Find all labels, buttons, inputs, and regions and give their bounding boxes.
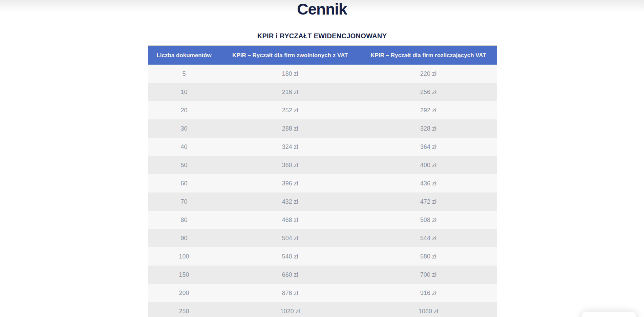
table-cell: 876 zł bbox=[220, 284, 360, 302]
table-cell: 90 bbox=[148, 229, 220, 247]
table-cell: 180 zł bbox=[220, 65, 360, 83]
table-row: 20252 zł292 zł bbox=[148, 101, 497, 119]
table-row: 60396 zł436 zł bbox=[148, 174, 497, 193]
pricing-table-header: Liczba dokumentów KPIR – Ryczałt dla fir… bbox=[148, 46, 497, 65]
table-cell: 100 bbox=[148, 247, 220, 266]
table-cell: 328 zł bbox=[360, 119, 497, 138]
table-row: 200876 zł916 zł bbox=[148, 284, 497, 302]
table-cell: 400 zł bbox=[360, 156, 497, 174]
table-row: 90504 zł544 zł bbox=[148, 229, 497, 247]
table-cell: 504 zł bbox=[220, 229, 360, 247]
header-row: Liczba dokumentów KPIR – Ryczałt dla fir… bbox=[148, 46, 497, 65]
table-cell: 288 zł bbox=[220, 119, 360, 138]
table-cell: 50 bbox=[148, 156, 220, 174]
table-cell: 660 zł bbox=[220, 266, 360, 284]
table-cell: 256 zł bbox=[360, 83, 497, 101]
table-cell: 80 bbox=[148, 211, 220, 229]
table-cell: 40 bbox=[148, 138, 220, 156]
table-cell: 916 zł bbox=[360, 284, 497, 302]
table-cell: 10 bbox=[148, 83, 220, 101]
table-row: 100540 zł580 zł bbox=[148, 247, 497, 266]
table-cell: 252 zł bbox=[220, 101, 360, 119]
pricing-table-body: 5180 zł220 zł10216 zł256 zł20252 zł292 z… bbox=[148, 65, 497, 317]
table-cell: 150 bbox=[148, 266, 220, 284]
table-cell: 540 zł bbox=[220, 247, 360, 266]
section-heading: KPIR i RYCZAŁT EWIDENCJONOWANY bbox=[0, 32, 644, 40]
floating-widget[interactable] bbox=[582, 312, 636, 317]
table-cell: 324 zł bbox=[220, 138, 360, 156]
table-cell: 360 zł bbox=[220, 156, 360, 174]
pricing-table-container: Liczba dokumentów KPIR – Ryczałt dla fir… bbox=[148, 45, 497, 317]
table-cell: 30 bbox=[148, 119, 220, 138]
table-row: 40324 zł364 zł bbox=[148, 138, 497, 156]
table-cell: 250 bbox=[148, 302, 220, 317]
table-row: 10216 zł256 zł bbox=[148, 83, 497, 101]
table-cell: 216 zł bbox=[220, 83, 360, 101]
column-header-vat: KPIR – Ryczałt dla firm rozliczających V… bbox=[360, 46, 497, 65]
table-cell: 1060 zł bbox=[360, 302, 497, 317]
pricing-table: Liczba dokumentów KPIR – Ryczałt dla fir… bbox=[148, 45, 497, 317]
column-header-no-vat: KPIR – Ryczałt dla firm zwolnionych z VA… bbox=[220, 46, 360, 65]
table-cell: 432 zł bbox=[220, 193, 360, 211]
table-row: 2501020 zł1060 zł bbox=[148, 302, 497, 317]
table-row: 50360 zł400 zł bbox=[148, 156, 497, 174]
table-cell: 580 zł bbox=[360, 247, 497, 266]
table-row: 5180 zł220 zł bbox=[148, 65, 497, 83]
table-cell: 364 zł bbox=[360, 138, 497, 156]
pricing-page: Cennik KPIR i RYCZAŁT EWIDENCJONOWANY Li… bbox=[0, 0, 644, 317]
table-row: 70432 zł472 zł bbox=[148, 193, 497, 211]
table-cell: 220 zł bbox=[360, 65, 497, 83]
table-cell: 472 zł bbox=[360, 193, 497, 211]
table-row: 30288 zł328 zł bbox=[148, 119, 497, 138]
table-cell: 70 bbox=[148, 193, 220, 211]
table-cell: 5 bbox=[148, 65, 220, 83]
table-cell: 700 zł bbox=[360, 266, 497, 284]
table-cell: 20 bbox=[148, 101, 220, 119]
page-title: Cennik bbox=[0, 0, 644, 18]
table-cell: 292 zł bbox=[360, 101, 497, 119]
table-cell: 508 zł bbox=[360, 211, 497, 229]
column-header-documents: Liczba dokumentów bbox=[148, 46, 220, 65]
table-cell: 396 zł bbox=[220, 174, 360, 193]
table-cell: 544 zł bbox=[360, 229, 497, 247]
table-cell: 200 bbox=[148, 284, 220, 302]
table-row: 80468 zł508 zł bbox=[148, 211, 497, 229]
table-cell: 60 bbox=[148, 174, 220, 193]
table-row: 150660 zł700 zł bbox=[148, 266, 497, 284]
table-cell: 436 zł bbox=[360, 174, 497, 193]
table-cell: 468 zł bbox=[220, 211, 360, 229]
table-cell: 1020 zł bbox=[220, 302, 360, 317]
